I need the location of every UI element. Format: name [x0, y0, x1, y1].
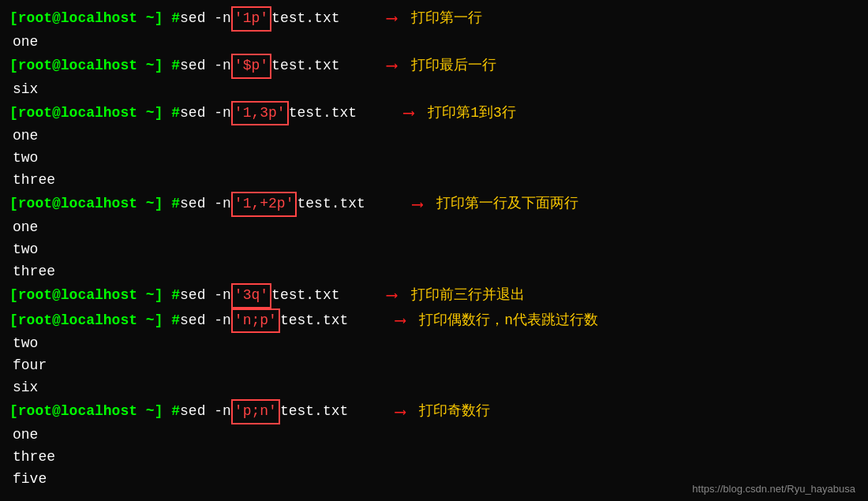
command-text: sed -n: [180, 103, 231, 125]
output-line: two: [9, 148, 859, 170]
comment-text: 打印第一行: [411, 8, 482, 30]
command-file: test.txt: [280, 310, 348, 332]
comment-text: 打印奇数行: [419, 401, 490, 423]
command-line: [root@localhost ~] # sed -n 'p;n' test.t…: [9, 399, 859, 424]
prompt: [root@localhost ~] #: [9, 401, 180, 423]
watermark: https://blog.csdn.net/Ryu_hayabusa: [692, 483, 855, 495]
command-text: sed -n: [180, 193, 231, 215]
output-line: one: [9, 217, 859, 239]
command-line: [root@localhost ~] # sed -n '$p' test.tx…: [9, 54, 859, 79]
command-file: test.txt: [271, 285, 339, 307]
command-text: sed -n: [180, 285, 231, 307]
output-line: two: [9, 239, 859, 261]
arrow-icon: ⟶: [395, 308, 405, 333]
arrow-icon: ⟶: [395, 400, 405, 424]
command-line: [root@localhost ~] # sed -n '3q' test.tx…: [9, 283, 859, 308]
prompt: [root@localhost ~] #: [9, 193, 180, 215]
output-line: one: [9, 32, 859, 54]
command-file: test.txt: [297, 193, 365, 215]
command-highlighted: '1p': [231, 6, 271, 32]
command-line: [root@localhost ~] # sed -n 'n;p' test.t…: [9, 308, 859, 334]
prompt: [root@localhost ~] #: [9, 8, 180, 30]
output-line: six: [9, 79, 859, 101]
output-line: one: [9, 125, 859, 148]
command-highlighted: '3q': [231, 283, 271, 308]
comment-text: 打印最后一行: [411, 55, 496, 77]
terminal-window: [root@localhost ~] # sed -n '1p' test.tx…: [0, 0, 868, 497]
command-file: test.txt: [280, 401, 348, 423]
command-highlighted: '1,3p': [231, 101, 289, 126]
prompt: [root@localhost ~] #: [9, 55, 180, 77]
output-line: three: [9, 261, 859, 283]
command-file: test.txt: [271, 8, 339, 30]
command-text: sed -n: [180, 401, 231, 423]
command-file: test.txt: [289, 103, 357, 125]
arrow-icon: ⟶: [404, 101, 413, 125]
output-line: four: [9, 355, 859, 377]
arrow-icon: ⟶: [387, 283, 397, 308]
command-text: sed -n: [180, 8, 231, 30]
arrow-icon: ⟶: [387, 6, 397, 31]
prompt: [root@localhost ~] #: [9, 310, 180, 332]
command-line: [root@localhost ~] # sed -n '1p' test.tx…: [9, 6, 859, 32]
command-text: sed -n: [180, 55, 231, 77]
output-line: three: [9, 447, 859, 469]
command-highlighted: 'p;n': [231, 399, 280, 424]
arrow-icon: ⟶: [413, 193, 422, 217]
command-file: test.txt: [271, 55, 339, 77]
arrow-icon: ⟶: [387, 54, 397, 78]
prompt: [root@localhost ~] #: [9, 285, 180, 307]
command-highlighted: '1,+2p': [231, 192, 297, 217]
comment-text: 打印第一行及下面两行: [436, 193, 578, 215]
command-line: [root@localhost ~] # sed -n '1,+2p' test…: [9, 192, 859, 217]
output-line: one: [9, 424, 859, 447]
output-line: six: [9, 377, 859, 399]
prompt: [root@localhost ~] #: [9, 103, 180, 125]
command-highlighted: 'n;p': [231, 308, 280, 334]
comment-text: 打印第1到3行: [428, 103, 516, 125]
command-line: [root@localhost ~] # sed -n '1,3p' test.…: [9, 101, 859, 126]
comment-text: 打印前三行并退出: [411, 285, 525, 307]
comment-text: 打印偶数行，n代表跳过行数: [419, 310, 598, 332]
command-highlighted: '$p': [231, 54, 271, 79]
output-line: two: [9, 333, 859, 355]
output-line: three: [9, 170, 859, 192]
command-text: sed -n: [180, 310, 231, 332]
